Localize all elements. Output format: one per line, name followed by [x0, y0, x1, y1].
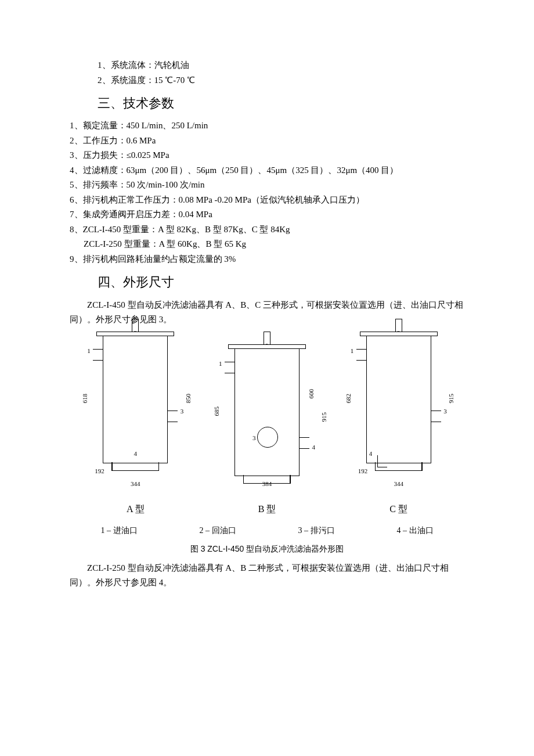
type-b-label: B 型 — [258, 501, 276, 517]
dim-c-w2: 344 — [394, 478, 403, 489]
port-3-a-label: 3 — [181, 406, 184, 417]
port-3-b-icon — [257, 427, 278, 448]
port-1-b-icon — [225, 362, 235, 373]
legend-1: 1 – 进油口 — [101, 524, 138, 538]
diagram-a: 2 1 3 4 618 850 192 344 — [77, 334, 193, 489]
param-item-8: 8、ZCL-I-450 型重量：A 型 82Kg、B 型 87Kg、C 型 84… — [70, 222, 464, 237]
port-3-c-label: 3 — [443, 406, 447, 417]
figure-3: 2 1 3 4 618 850 192 344 2 — [70, 334, 464, 556]
section-3-heading: 三、技术参数 — [70, 92, 464, 114]
port-1-c-icon — [356, 349, 367, 361]
vessel-c-icon: 1 3 4 682 915 — [366, 334, 431, 463]
param-item-7: 7、集成旁通阀开启压力差：0.04 MPa — [70, 207, 464, 222]
param-item-5: 5、排污频率：50 次/min-100 次/min — [70, 178, 464, 193]
legend-4: 4 – 出油口 — [397, 524, 434, 538]
vessel-b-icon: 1 3 4 685 600 915 — [234, 347, 300, 476]
diagram-b: 2 1 3 4 685 600 915 384 — [209, 347, 325, 489]
port-1-a-label: 1 — [87, 345, 91, 357]
dim-a-h1: 618 — [80, 394, 91, 404]
dim-a-w1: 192 — [95, 466, 104, 477]
type-a-label: A 型 — [127, 501, 145, 517]
dim-c-w1: 192 — [358, 466, 368, 477]
type-c-label: C 型 — [389, 501, 407, 517]
dim-a-h2: 850 — [183, 394, 194, 404]
figure-3-caption: 图 3 ZCL-I-450 型自动反冲洗滤油器外形图 — [70, 542, 464, 556]
param-item-1: 1、额定流量：450 L/min、250 L/min — [70, 118, 464, 134]
diagram-c: 2 1 3 4 682 915 192 344 — [341, 334, 457, 489]
port-4-b-icon — [299, 437, 309, 449]
port-4-c-label: 4 — [369, 448, 373, 459]
port-4-b-label: 4 — [312, 442, 315, 453]
dim-b-h1: 685 — [211, 407, 222, 417]
section-4-para-2: ZCL-I-250 型自动反冲洗滤油器具有 A、B 二种形式，可根据安装位置选用… — [70, 561, 464, 591]
legend-3: 3 – 排污口 — [298, 524, 335, 538]
param-item-8b: ZCL-I-250 型重量：A 型 60Kg、B 型 65 Kg — [70, 237, 464, 252]
dim-c-h1: 682 — [343, 394, 354, 404]
param-item-4: 4、过滤精度：63μm（200 目）、56μm（250 目）、45μm（325 … — [70, 163, 464, 178]
param-item-2: 2、工作压力：0.6 MPa — [70, 134, 464, 149]
param-item-9: 9、排污机构回路耗油量约占额定流量的 3% — [70, 252, 464, 267]
param-item-6: 6、排污机构正常工作压力：0.08 MPa -0.20 MPa（近似汽轮机轴承入… — [70, 193, 464, 208]
section-4-para-1: ZCL-I-450 型自动反冲洗滤油器具有 A、B、C 三种形式，可根据安装位置… — [70, 298, 464, 327]
port-3-c-icon — [431, 411, 441, 422]
port-1-c-label: 1 — [351, 345, 354, 357]
param-item-3: 3、压力损失：≤0.025 MPa — [70, 148, 464, 163]
port-1-b-label: 1 — [219, 358, 222, 369]
dim-b-h2: 600 — [306, 390, 317, 399]
pretext-line-1: 1、系统流体：汽轮机油 — [70, 58, 464, 73]
port-1-a-icon — [93, 349, 103, 361]
pretext-line-2: 2、系统温度：15 ℃-70 ℃ — [70, 73, 464, 88]
port-3-a-icon — [167, 411, 178, 422]
tech-params-list: 1、额定流量：450 L/min、250 L/min 2、工作压力：0.6 MP… — [70, 118, 464, 267]
dim-a-w2: 344 — [131, 478, 140, 489]
vessel-a-icon: 1 3 4 618 850 — [103, 334, 168, 463]
port-4-a-label: 4 — [134, 448, 138, 459]
legend-2: 2 – 回油口 — [200, 524, 236, 538]
dim-b-h3: 915 — [319, 413, 330, 423]
port-3-b-label: 3 — [252, 433, 256, 444]
section-4-heading: 四、外形尺寸 — [70, 271, 464, 293]
dim-c-h2: 915 — [446, 394, 457, 404]
